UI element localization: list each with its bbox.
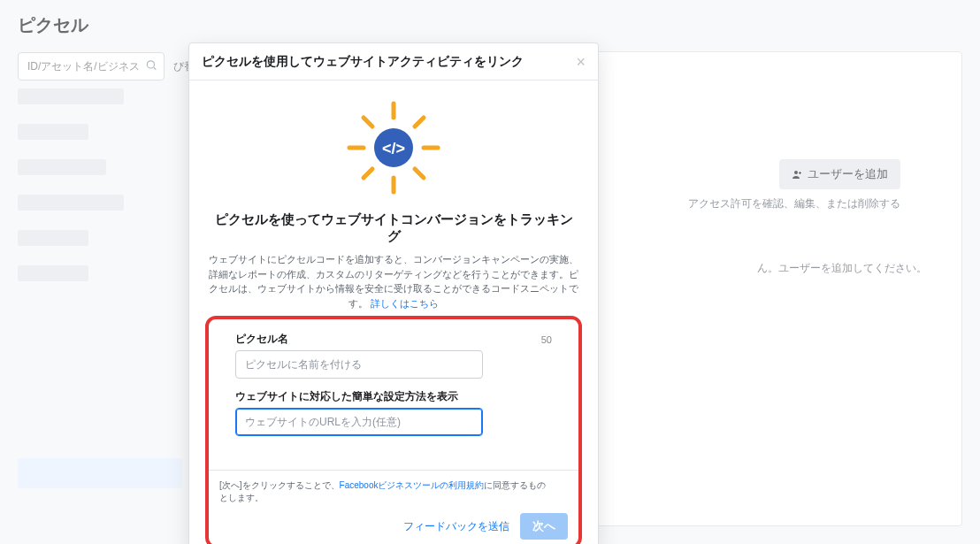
consent-prefix: [次へ]をクリックすることで、 [219, 480, 340, 490]
consent-text: [次へ]をクリックすることで、Facebookビジネスツールの利用規約に同意する… [219, 479, 552, 504]
code-sun-icon: </> [341, 95, 447, 201]
svg-line-10 [415, 118, 424, 126]
website-url-input[interactable] [235, 408, 483, 436]
close-icon[interactable]: × [576, 54, 586, 70]
footer-divider [209, 470, 578, 471]
svg-line-9 [364, 169, 372, 178]
website-url-label: ウェブサイトに対応した簡単な設定方法を表示 [235, 389, 552, 404]
svg-line-8 [415, 169, 424, 178]
form-highlight-box: ピクセル名 50 ウェブサイトに対応した簡単な設定方法を表示 [次へ]をクリック… [205, 316, 582, 544]
send-feedback-link[interactable]: フィードバックを送信 [403, 519, 509, 534]
create-pixel-modal: ピクセルを使用してウェブサイトアクティビティをリンク × </> [188, 42, 599, 544]
svg-text:</>: </> [382, 140, 405, 157]
terms-link[interactable]: Facebookビジネスツールの利用規約 [340, 480, 485, 490]
next-button[interactable]: 次へ [520, 513, 568, 540]
modal-body: </> ピクセルを使ってウェブサイトコンバージョンをトラッキング ウェブサイトに… [189, 80, 598, 544]
learn-more-link[interactable]: 詳しくはこちら [371, 298, 439, 309]
modal-description: ウェブサイトにピクセルコードを追加すると、コンバージョンキャンペーンの実施、詳細… [209, 252, 578, 310]
modal-subtitle: ピクセルを使ってウェブサイトコンバージョンをトラッキング [209, 211, 578, 245]
pixel-name-char-count: 50 [541, 334, 552, 345]
svg-line-7 [364, 118, 372, 126]
modal-title: ピクセルを使用してウェブサイトアクティビティをリンク [202, 54, 576, 70]
pixel-name-label: ピクセル名 [235, 332, 288, 347]
pixel-name-input[interactable] [235, 350, 483, 379]
pixel-hero-illustration: </> [209, 95, 578, 201]
modal-header: ピクセルを使用してウェブサイトアクティビティをリンク × [189, 43, 598, 80]
modal-footer: フィードバックを送信 次へ [235, 513, 568, 540]
